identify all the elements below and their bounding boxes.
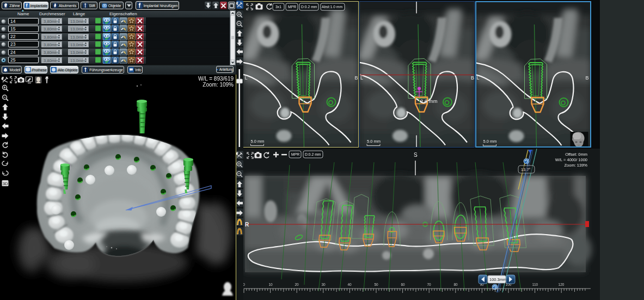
svg-text:L: L: [477, 75, 480, 81]
svg-text:60: 60: [401, 283, 405, 286]
svg-text:13,0mm: 13,0mm: [70, 50, 85, 55]
svg-text:3,80mm: 3,80mm: [44, 50, 58, 55]
svg-text:13,0mm: 13,0mm: [70, 42, 85, 47]
svg-text:MPR: MPR: [291, 152, 299, 156]
svg-text:2.0 mm: 2.0 mm: [420, 98, 438, 104]
svg-text:B: B: [471, 75, 474, 81]
svg-text:100.3mm: 100.3mm: [489, 277, 506, 282]
svg-text:120: 120: [559, 283, 565, 286]
svg-text:80: 80: [453, 283, 458, 286]
svg-text:40: 40: [347, 283, 352, 286]
svg-text:13,0mm: 13,0mm: [70, 58, 85, 63]
svg-text:R: R: [245, 222, 249, 228]
svg-text:L: L: [360, 75, 363, 81]
svg-text:S: S: [414, 152, 418, 158]
svg-text:13.7°: 13.7°: [521, 167, 531, 172]
svg-text:3,80mm: 3,80mm: [44, 58, 58, 63]
svg-text:3,80mm: 3,80mm: [44, 19, 58, 24]
svg-text:13,0mm: 13,0mm: [70, 27, 85, 32]
svg-text:W/L = 4000/ 1000: W/L = 4000/ 1000: [555, 157, 587, 162]
svg-text:D:0.2 mm: D:0.2 mm: [301, 5, 317, 9]
svg-text:30: 30: [321, 283, 326, 286]
svg-text:B: B: [355, 75, 358, 81]
svg-text:110: 110: [532, 283, 538, 286]
svg-text:50: 50: [374, 283, 378, 286]
svg-text:3x1: 3x1: [275, 5, 281, 9]
svg-text:L: L: [245, 75, 248, 81]
svg-text:Abst:1.0 mm: Abst:1.0 mm: [322, 5, 342, 9]
svg-text:?: ?: [217, 69, 218, 70]
svg-text:0: 0: [243, 283, 245, 286]
svg-text:MPR: MPR: [288, 5, 296, 9]
svg-text:20: 20: [295, 283, 299, 286]
svg-text:10: 10: [268, 283, 273, 286]
svg-text:3,80mm: 3,80mm: [44, 27, 58, 32]
svg-text:3D: 3D: [2, 181, 8, 186]
svg-text:Offset: 0mm: Offset: 0mm: [565, 152, 587, 157]
svg-text:D:0.2 mm: D:0.2 mm: [305, 152, 321, 156]
svg-text:13,0mm: 13,0mm: [70, 19, 85, 24]
svg-text:13,0mm: 13,0mm: [70, 34, 85, 39]
svg-text:B: B: [586, 75, 589, 81]
svg-text:70: 70: [427, 283, 431, 286]
svg-text:3D: 3D: [103, 4, 107, 7]
svg-text:Zoom: 139%: Zoom: 139%: [564, 163, 587, 168]
svg-text:3,80mm: 3,80mm: [44, 42, 58, 47]
svg-text:3,80mm: 3,80mm: [44, 34, 58, 39]
